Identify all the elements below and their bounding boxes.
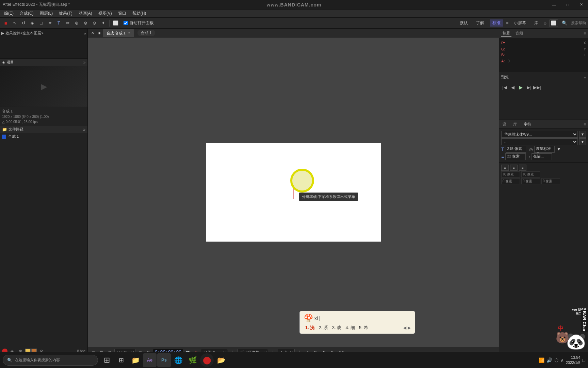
search-help-label[interactable]: 搜索帮助 [571, 20, 586, 26]
render-icon[interactable]: ⬜ [112, 19, 119, 27]
taskbar-explorer-app[interactable]: 📁 [129, 353, 142, 367]
menu-compose[interactable]: 合成(C) [17, 10, 36, 17]
ime-cand-4[interactable]: 4. 细 [344, 325, 356, 331]
ime-cand-3[interactable]: 3. 戏 [331, 325, 343, 331]
center-panel: ✕ ■ 合成 合成 1 ≡ 合成 1 分辨率/向下采样系数弹出式菜单 □ [88, 29, 499, 357]
right-panel-menu-icon[interactable]: ≡ [584, 31, 586, 36]
pen-tool-icon[interactable]: ✒ [46, 19, 54, 27]
preview-menu-icon[interactable]: ≡ [584, 75, 586, 79]
tab-library[interactable]: 库 [512, 121, 518, 127]
learn-button[interactable]: 了解 [473, 19, 487, 27]
effects-panel-title: ▶ 效果控件<空文本图层> » [1, 30, 86, 36]
taskbar-network-icon[interactable]: 📶 [539, 357, 544, 363]
expand-icon[interactable]: ⬜ [549, 19, 558, 27]
effects-collapse-icon[interactable]: ▶ [1, 31, 4, 35]
taskbar-taskview-button[interactable]: ⊞ [114, 353, 128, 367]
preview-first-frame[interactable]: |◀ [501, 84, 508, 91]
ime-prev-button[interactable]: ◀ [403, 325, 406, 330]
maximize-button[interactable]: □ [561, 0, 574, 10]
taskbar-chrome-app[interactable]: 🌐 [172, 353, 185, 367]
files-expand-icon[interactable]: » [83, 127, 85, 132]
preview-last-frame[interactable]: ▶▶| [534, 84, 541, 91]
default-workspace-button[interactable]: 默认 [457, 19, 471, 27]
menu-window[interactable]: 窗口 [115, 10, 129, 17]
small-screen-button[interactable]: 小屏幕 [511, 19, 529, 27]
taskbar-app-6[interactable]: 🌿 [186, 353, 199, 367]
kerning-input[interactable]: 度量标准▼ [534, 146, 555, 153]
taskbar-battery-icon[interactable]: ⬡ [554, 357, 558, 363]
ime-cand-1[interactable]: 1. 洗 [304, 325, 316, 331]
taskbar-photoshop-app[interactable]: Ps [157, 353, 171, 367]
rect-tool-icon[interactable]: □ [37, 19, 45, 27]
effects-panel: ▶ 效果控件<空文本图层> » [0, 29, 87, 59]
minimize-button[interactable]: — [547, 0, 561, 10]
para-val-2[interactable]: ↑0 像素 [521, 171, 540, 178]
para-val-5[interactable]: 0 像素 [541, 178, 560, 184]
para-val-1[interactable]: ↑0 像素 [501, 171, 520, 178]
menu-effect[interactable]: 效果(T) [56, 10, 75, 17]
eraser-tool-icon[interactable]: ⊗ [82, 19, 89, 27]
taskbar-search-area[interactable]: 🔍 在这里输入你要搜索的内容 [3, 355, 98, 366]
tab-settings[interactable]: 设 [501, 121, 508, 127]
menu-help[interactable]: 帮助(H) [130, 10, 149, 17]
para-align-left-btn[interactable]: ≡ [501, 165, 509, 171]
plus-icon[interactable]: + [584, 52, 586, 58]
rotate-tool-icon[interactable]: ↺ [20, 19, 27, 27]
puppet-tool-icon[interactable]: ✦ [99, 19, 107, 27]
preview-next-frame[interactable]: ▶| [526, 84, 533, 91]
text-tool-icon[interactable]: T [55, 19, 63, 27]
standard-workspace-button[interactable]: 标准 [490, 19, 503, 27]
tab-close-all[interactable]: ✕ [89, 29, 96, 37]
camera-tool-icon[interactable]: ◈ [29, 19, 36, 27]
proj-item-comp[interactable]: 合成 1 [0, 133, 87, 140]
roto-tool-icon[interactable]: ⊙ [91, 19, 98, 27]
select-tool-icon[interactable]: ↖ [11, 19, 18, 27]
auto-open-checkbox[interactable] [124, 21, 128, 25]
font-style-select[interactable]: - [501, 138, 578, 145]
para-align-center-btn[interactable]: ≡ [510, 165, 518, 171]
ime-cand-2[interactable]: 2. 系 [317, 325, 329, 331]
menu-view[interactable]: 视图(V) [96, 10, 115, 17]
preview-play[interactable]: ▶ [518, 84, 524, 91]
font-down-btn[interactable]: ▼ [579, 131, 586, 138]
ime-cand-5[interactable]: 5. 希 [358, 325, 370, 331]
taskbar-record-app[interactable]: ⬤ [200, 353, 214, 367]
taskbar-notif-icon[interactable]: □ [583, 357, 585, 363]
panda-character: 🐼 [566, 332, 586, 351]
taskbar-chevron-icon[interactable]: ∧ [560, 357, 564, 363]
indent-input[interactable]: 在描... [532, 153, 552, 160]
stop-record-icon[interactable]: ■ [2, 19, 10, 27]
kerning-expand-icon[interactable]: ▼ [557, 147, 561, 152]
para-val-3[interactable]: 0 像素 [501, 178, 520, 184]
taskbar-start-button[interactable]: ⊞ [100, 353, 114, 367]
para-val-4[interactable]: 0 像素 [521, 178, 540, 184]
tab-character[interactable]: 字符 [522, 121, 533, 127]
close-button[interactable]: ✕ [574, 0, 588, 10]
library-button[interactable]: 库 [532, 19, 541, 27]
comp-tab-menu[interactable]: ≡ [128, 31, 130, 35]
font-size-input[interactable]: 215 像素 [506, 146, 526, 153]
comp-tab-1[interactable]: 合成 合成 1 ≡ [103, 29, 134, 37]
taskbar-aftereffects-app[interactable]: Ae [143, 353, 157, 367]
project-expand-icon[interactable]: » [83, 60, 85, 65]
font-family-select[interactable]: 华康雅宋体W9... [501, 131, 578, 138]
menu-edit[interactable]: 编(E) [1, 10, 16, 17]
tab-info[interactable]: 信息 [501, 30, 511, 37]
clone-tool-icon[interactable]: ⊕ [73, 19, 80, 27]
mid-tabs-menu[interactable]: ≡ [584, 122, 586, 127]
search-icon[interactable]: 🔍 [561, 19, 568, 27]
effects-expand-icon[interactable]: » [84, 31, 86, 35]
tab-audio[interactable]: 音频 [514, 30, 524, 36]
font-style-down-btn[interactable]: ▼ [579, 138, 586, 145]
main-layout: ▶ 效果控件<空文本图层> » ◈ 项目 » ▶ 合成 1 1920 x 108… [0, 29, 588, 357]
menu-layer[interactable]: 图层(L) [37, 10, 56, 17]
ime-next-button[interactable]: ▶ [408, 325, 411, 330]
leading-input[interactable]: 22 像素 [505, 153, 526, 160]
taskbar-folder-app[interactable]: 📂 [214, 353, 228, 367]
taskbar-sound-icon[interactable]: 🔊 [546, 357, 552, 363]
para-align-right-btn[interactable]: ≡ [519, 165, 526, 171]
brush-tool-icon[interactable]: ✏ [64, 19, 71, 27]
preview-prev-frame[interactable]: ◀ [509, 84, 516, 91]
menu-animate[interactable]: 动画(A) [76, 10, 95, 17]
taskbar-clock[interactable]: 13:54 2022/1/5 [566, 355, 581, 365]
